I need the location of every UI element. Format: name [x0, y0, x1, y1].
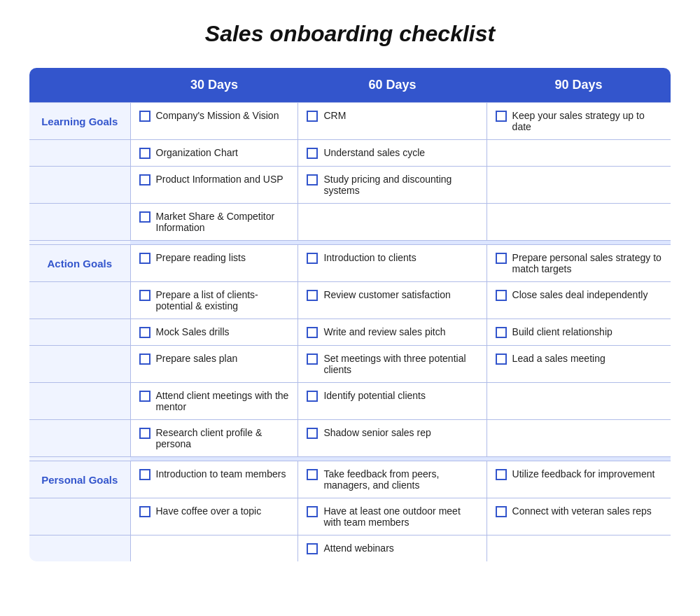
checkbox-icon[interactable] [139, 253, 150, 264]
checkbox-icon[interactable] [139, 148, 150, 159]
checklist-item[interactable]: Review customer satisfaction [307, 289, 477, 301]
checkbox-icon[interactable] [139, 211, 150, 223]
checkbox-icon[interactable] [139, 428, 150, 439]
checkbox-icon[interactable] [496, 111, 507, 122]
checklist-item[interactable]: Connect with veteran sales reps [496, 505, 662, 517]
checkbox-icon[interactable] [496, 354, 507, 365]
checklist-item[interactable]: Attend client meetings with the mentor [139, 390, 290, 412]
checkbox-icon[interactable] [139, 290, 150, 301]
checkbox-icon[interactable] [139, 391, 150, 402]
section-label: Personal Goals [29, 461, 130, 498]
table-row: Personal GoalsIntroduction to team membe… [29, 461, 671, 498]
checklist-item-label: Set meetings with three potential client… [323, 353, 477, 375]
checklist-item-label: Mock Sales drills [156, 326, 230, 337]
section-label [29, 167, 130, 204]
checklist-item-label: Introduction to clients [323, 252, 416, 263]
checklist-item-label: Shadow senior sales rep [323, 427, 430, 438]
checkbox-icon[interactable] [307, 174, 318, 186]
checklist-item[interactable]: Set meetings with three potential client… [307, 353, 477, 375]
checkbox-icon[interactable] [496, 506, 507, 517]
checklist-item[interactable]: Research client profile & persona [139, 427, 290, 449]
checklist-item-label: Build client relationship [512, 326, 612, 337]
checklist-item-label: Have coffee over a topic [156, 505, 262, 517]
table-row: Have coffee over a topicHave at least on… [29, 498, 671, 536]
section-label [29, 140, 130, 167]
checklist-item-label: Market Share & Competitor Information [156, 211, 290, 233]
table-row: Organization ChartUnderstand sales cycle [29, 140, 671, 167]
checklist-item-label: Connect with veteran sales reps [512, 505, 652, 517]
checklist-item-label: Introduction to team members [156, 468, 286, 479]
checklist-item[interactable]: Close sales deal independently [496, 289, 662, 301]
checklist-item[interactable]: Market Share & Competitor Information [139, 211, 290, 233]
checklist-item[interactable]: Attend webinars [307, 542, 477, 554]
checkbox-icon[interactable] [496, 253, 507, 264]
checklist-item-label: Prepare sales plan [156, 353, 238, 364]
checkbox-icon[interactable] [307, 391, 318, 402]
checkbox-icon[interactable] [496, 469, 507, 480]
checklist-item[interactable]: Prepare sales plan [139, 353, 290, 365]
checklist-item[interactable]: Mock Sales drills [139, 326, 290, 338]
col-30-header: 30 Days [130, 67, 298, 103]
checklist-item[interactable]: Lead a sales meeting [496, 353, 662, 365]
checklist-item[interactable]: Understand sales cycle [307, 147, 477, 159]
table-row: Learning GoalsCompany's Mission & Vision… [29, 103, 671, 140]
col-label-header [29, 67, 130, 103]
section-label [29, 498, 130, 536]
checklist-item[interactable]: Study pricing and discounting systems [307, 174, 477, 196]
checklist-item-label: Write and review sales pitch [323, 326, 445, 337]
checkbox-icon[interactable] [139, 354, 150, 365]
checkbox-icon[interactable] [496, 290, 507, 301]
checkbox-icon[interactable] [139, 506, 150, 517]
checklist-item-label: Product Information and USP [156, 174, 284, 185]
checklist-item[interactable]: Have coffee over a topic [139, 505, 290, 517]
checklist-item[interactable]: Shadow senior sales rep [307, 427, 477, 439]
table-row: Research client profile & personaShadow … [29, 420, 671, 457]
col-90-header: 90 Days [486, 67, 671, 103]
checklist-item-label: Prepare reading lists [156, 252, 246, 263]
checkbox-icon[interactable] [307, 111, 318, 122]
checklist-item[interactable]: Company's Mission & Vision [139, 110, 290, 122]
section-label [29, 420, 130, 457]
page-title: Sales onboarding checklist [28, 21, 672, 47]
checkbox-icon[interactable] [307, 148, 318, 159]
checklist-item[interactable]: Introduction to clients [307, 252, 477, 264]
checklist-item[interactable]: CRM [307, 110, 477, 122]
section-label [29, 383, 130, 420]
checkbox-icon[interactable] [307, 290, 318, 301]
checkbox-icon[interactable] [307, 354, 318, 365]
checkbox-icon[interactable] [307, 469, 318, 480]
checkbox-icon[interactable] [139, 111, 150, 122]
checkbox-icon[interactable] [307, 327, 318, 338]
checklist-item[interactable]: Prepare reading lists [139, 252, 290, 264]
checkbox-icon[interactable] [496, 327, 507, 338]
checkbox-icon[interactable] [307, 506, 318, 517]
checklist-item-label: Keep your sales strategy up to date [512, 110, 662, 132]
table-row: Mock Sales drillsWrite and review sales … [29, 319, 671, 346]
checkbox-icon[interactable] [307, 428, 318, 439]
checklist-item[interactable]: Keep your sales strategy up to date [496, 110, 662, 132]
checklist-item-label: Utilize feedback for improvement [512, 468, 655, 479]
checkbox-icon[interactable] [139, 469, 150, 480]
checklist-item-label: Attend client meetings with the mentor [156, 390, 290, 412]
checklist-item[interactable]: Prepare a list of clients- potential & e… [139, 289, 290, 312]
checkbox-icon[interactable] [307, 253, 318, 264]
checklist-item[interactable]: Have at least one outdoor meet with team… [307, 505, 477, 528]
checkbox-icon[interactable] [307, 543, 318, 554]
checklist-item-label: Lead a sales meeting [512, 353, 606, 364]
checklist-item[interactable]: Take feedback from peers, managers, and … [307, 468, 477, 491]
checklist-item[interactable]: Prepare personal sales strategy to match… [496, 252, 662, 274]
checklist-item-label: CRM [323, 110, 346, 121]
checkbox-icon[interactable] [139, 327, 150, 338]
checklist-item[interactable]: Product Information and USP [139, 174, 290, 186]
checkbox-icon[interactable] [139, 174, 150, 186]
section-label [29, 319, 130, 346]
checklist-item[interactable]: Write and review sales pitch [307, 326, 477, 338]
section-label [29, 536, 130, 563]
checklist-item[interactable]: Organization Chart [139, 147, 290, 159]
checklist-item[interactable]: Build client relationship [496, 326, 662, 338]
section-label [29, 282, 130, 319]
checklist-item[interactable]: Identify potential clients [307, 390, 477, 402]
checklist-item[interactable]: Utilize feedback for improvement [496, 468, 662, 480]
checklist-item[interactable]: Introduction to team members [139, 468, 290, 480]
checklist-table: 30 Days 60 Days 90 Days Learning GoalsCo… [28, 66, 672, 563]
